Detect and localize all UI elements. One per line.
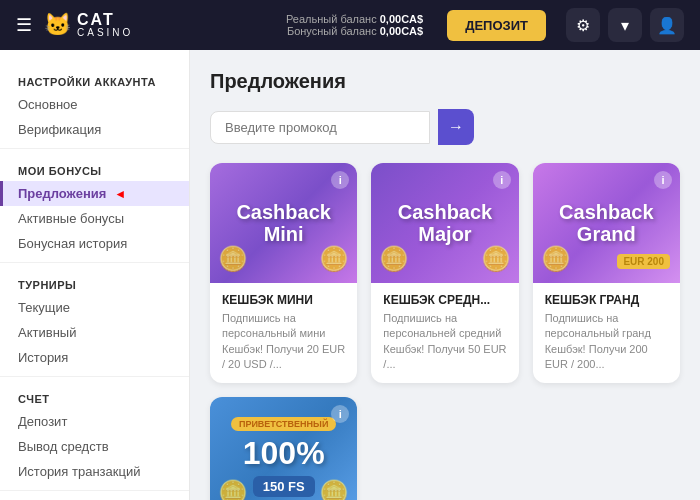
sidebar-item-bonus-history[interactable]: Бонусная история [0, 231, 189, 256]
card-deposit-bonus-image: i 🪙 Приветственный 100% 150 FS 🪙 [210, 397, 357, 500]
header-icons: ⚙ ▾ 👤 [566, 8, 684, 42]
card-grand-body: КЕШБЭК ГРАНД Подпишись на персональный г… [533, 283, 680, 383]
sidebar-item-withdrawal[interactable]: Вывод средств [0, 434, 189, 459]
coin-left-grand: 🪙 [541, 245, 571, 273]
active-arrow-icon: ◄ [114, 187, 126, 201]
welcome-label: Приветственный [231, 417, 337, 431]
cards-grid: i 🪙 CashbackMini 🪙 КЕШБЭК МИНИ Подпишись… [210, 163, 680, 500]
card-mini-label: КЕШБЭК МИНИ [222, 293, 345, 307]
sidebar-item-history[interactable]: История [0, 345, 189, 370]
eur-badge: EUR 200 [617, 254, 670, 269]
logo-casino-label: CASINO [77, 28, 133, 38]
logo: 🐱 CAT CASINO [44, 12, 133, 38]
card-cashback-mini[interactable]: i 🪙 CashbackMini 🪙 КЕШБЭК МИНИ Подпишись… [210, 163, 357, 383]
settings-button[interactable]: ⚙ [566, 8, 600, 42]
card-cashback-grand[interactable]: i 🪙 CashbackGrand EUR 200 КЕШБЭК ГРАНД П… [533, 163, 680, 383]
menu-icon[interactable]: ☰ [16, 14, 32, 36]
sidebar-section-account: НАСТРОЙКИ АККАУНТА [0, 66, 189, 92]
percent-label: 100% [243, 435, 325, 472]
card-major-desc: Подпишись на персональней средний Кешбэк… [383, 311, 506, 373]
real-balance-row: Реальный баланс 0,00CA$ [286, 13, 423, 25]
body: НАСТРОЙКИ АККАУНТА Основное Верификация … [0, 50, 700, 500]
card-deposit-bonus[interactable]: i 🪙 Приветственный 100% 150 FS 🪙 БОНУС Н… [210, 397, 357, 500]
sidebar-item-active[interactable]: Активный [0, 320, 189, 345]
promo-search-row: → [210, 109, 680, 145]
card-cashback-grand-image: i 🪙 CashbackGrand EUR 200 [533, 163, 680, 283]
info-badge-grand: i [654, 171, 672, 189]
chevron-button[interactable]: ▾ [608, 8, 642, 42]
coin-left-mini: 🪙 [218, 245, 248, 273]
card-cashback-major-image: i 🪙 CashbackMajor 🪙 [371, 163, 518, 283]
sidebar-section-bonuses: МОИ БОНУСЫ [0, 155, 189, 181]
balance-display: Реальный баланс 0,00CA$ Бонусный баланс … [286, 13, 423, 37]
arrow-right-icon: → [448, 118, 464, 136]
info-badge-deposit: i [331, 405, 349, 423]
sidebar-divider-3 [0, 376, 189, 377]
info-badge-major: i [493, 171, 511, 189]
sidebar-item-active-bonuses[interactable]: Активные бонусы [0, 206, 189, 231]
card-major-label: КЕШБЭК СРЕДН... [383, 293, 506, 307]
card-cashback-mini-image: i 🪙 CashbackMini 🪙 [210, 163, 357, 283]
card-grand-desc: Подпишись на персональный гранд Кешбэк! … [545, 311, 668, 373]
logo-cat-label: CAT [77, 12, 133, 28]
promo-submit-button[interactable]: → [438, 109, 474, 145]
main-content: Предложения → i 🪙 CashbackMini 🪙 КЕШБЭК … [190, 50, 700, 500]
coin-right-mini: 🪙 [319, 245, 349, 273]
card-mini-body: КЕШБЭК МИНИ Подпишись на персональный ми… [210, 283, 357, 383]
card-cashback-major[interactable]: i 🪙 CashbackMajor 🪙 КЕШБЭК СРЕДН... Подп… [371, 163, 518, 383]
promo-input[interactable] [210, 111, 430, 144]
sidebar-item-transactions[interactable]: История транзакций [0, 459, 189, 484]
page-title: Предложения [210, 70, 680, 93]
coin-right-major: 🪙 [481, 245, 511, 273]
coin-right-deposit: 🪙 [319, 479, 349, 500]
sidebar-item-current[interactable]: Текущие [0, 295, 189, 320]
sidebar-item-offers[interactable]: Предложения ◄ [0, 181, 189, 206]
real-balance-amount: 0,00CA$ [380, 13, 423, 25]
bonus-balance-amount: 0,00CA$ [380, 25, 423, 37]
card-mini-desc: Подпишись на персональный мини Кешбэк! П… [222, 311, 345, 373]
avatar-icon: 👤 [657, 16, 677, 35]
card-mini-title: CashbackMini [236, 201, 331, 245]
sidebar-item-deposit[interactable]: Депозит [0, 409, 189, 434]
deposit-button[interactable]: ДЕПОЗИТ [447, 10, 546, 41]
sidebar-section-tournaments: ТУРНИРЫ [0, 269, 189, 295]
settings-icon: ⚙ [576, 16, 590, 35]
coin-left-major: 🪙 [379, 245, 409, 273]
real-balance-label: Реальный баланс [286, 13, 377, 25]
info-badge-mini: i [331, 171, 349, 189]
sidebar-divider-4 [0, 490, 189, 491]
fs-label: 150 FS [253, 476, 315, 497]
header: ☰ 🐱 CAT CASINO Реальный баланс 0,00CA$ Б… [0, 0, 700, 50]
sidebar-item-verification[interactable]: Верификация [0, 117, 189, 142]
sidebar: НАСТРОЙКИ АККАУНТА Основное Верификация … [0, 50, 190, 500]
sidebar-divider-1 [0, 148, 189, 149]
card-major-title: CashbackMajor [398, 201, 493, 245]
bonus-balance-label: Бонусный баланс [287, 25, 377, 37]
avatar-button[interactable]: 👤 [650, 8, 684, 42]
logo-text: CAT CASINO [77, 12, 133, 38]
sidebar-divider-2 [0, 262, 189, 263]
card-major-body: КЕШБЭК СРЕДН... Подпишись на персональне… [371, 283, 518, 383]
chevron-down-icon: ▾ [621, 16, 629, 35]
card-grand-label: КЕШБЭК ГРАНД [545, 293, 668, 307]
sidebar-section-account2: СЧЕТ [0, 383, 189, 409]
cat-icon: 🐱 [44, 12, 71, 38]
offers-label: Предложения [18, 186, 106, 201]
bonus-balance-row: Бонусный баланс 0,00CA$ [287, 25, 423, 37]
coin-left-deposit: 🪙 [218, 479, 248, 500]
card-grand-title: CashbackGrand [559, 201, 654, 245]
sidebar-item-basic[interactable]: Основное [0, 92, 189, 117]
